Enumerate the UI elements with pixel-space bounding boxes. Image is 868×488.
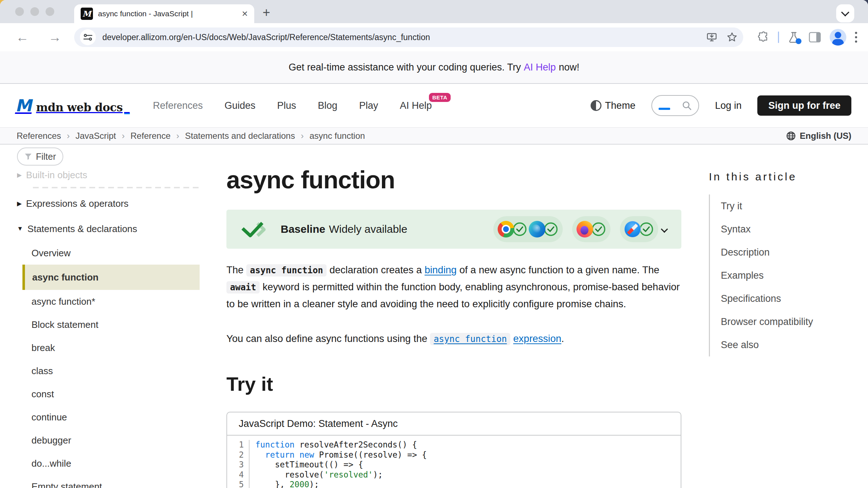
mdn-logo[interactable]: M mdn web docs _ [17,96,130,115]
window-controls[interactable] [15,7,54,16]
browser-menu-icon[interactable] [855,32,857,43]
baseline-expand-icon[interactable] [661,226,668,233]
sidebar-item-async-function-[interactable]: async function* [17,290,200,313]
sidebar-item-overview[interactable]: Overview [17,241,200,265]
ai-help-banner-link[interactable]: AI Help [524,62,556,73]
article-paragraph: The async function declaration creates a… [226,262,681,312]
safari-browser-icon [624,221,641,237]
tree-toggle-icon[interactable]: ▼ [17,225,23,232]
sidebar-item-expressions-operators[interactable]: ▶Expressions & operators [17,191,200,216]
code-token: setTimeout(() => { [255,460,363,469]
tab-search-button[interactable] [836,4,854,22]
new-tab-button[interactable]: + [263,5,270,20]
sidebar-item-break[interactable]: break [17,336,200,359]
nav-item-play[interactable]: Play [359,100,378,111]
nav-item-plus[interactable]: Plus [277,100,296,111]
support-check-icon [512,222,527,237]
toc-link-see-also[interactable]: See also [721,339,759,351]
line-number: 2 [227,450,244,460]
toc-item: Description [721,241,854,264]
sidebar-item-continue[interactable]: continue [17,406,200,429]
tree-toggle-icon[interactable]: ▶ [17,171,22,179]
sidebar-filter-button[interactable]: Filter [17,147,63,166]
inline-code-link[interactable]: async function [430,333,510,344]
side-panel-icon[interactable] [809,32,821,43]
paragraph-text: keyword is permitted within the function… [226,281,680,309]
mdn-favicon: M [81,8,93,20]
signup-button[interactable]: Sign up for free [757,95,851,116]
toc-link-try-it[interactable]: Try it [721,201,742,212]
locale-label: English (US) [800,131,851,141]
sidebar-item-block-statement[interactable]: Block statement [17,313,200,336]
sidebar-item-async-function[interactable]: async function [22,265,200,290]
code-token [294,450,299,459]
nav-item-blog[interactable]: Blog [318,100,337,111]
minimize-window-button[interactable] [30,7,39,16]
install-app-icon[interactable] [706,32,717,43]
profile-avatar[interactable] [830,29,846,46]
support-check-icon [639,222,654,237]
paragraph-text: You can also define async functions usin… [226,333,430,344]
demo-code-editor[interactable]: 123456 function resolveAfter2Seconds() {… [227,436,681,488]
login-link[interactable]: Log in [715,100,742,111]
breadcrumb-item[interactable]: async function [310,131,365,141]
sidebar-item-built-in-objects[interactable]: ▶Built-in objects [17,166,200,184]
forward-button[interactable]: → [48,31,61,44]
bookmark-star-icon[interactable] [727,32,737,43]
support-check-icon [543,222,558,237]
toc-link-description[interactable]: Description [721,247,770,258]
search-input[interactable] [651,95,699,116]
chevron-down-icon [841,8,850,17]
breadcrumb-item[interactable]: References [17,131,61,141]
nav-item-guides[interactable]: Guides [225,100,256,111]
toc-link-examples[interactable]: Examples [721,270,764,281]
extensions-icon[interactable] [758,31,769,43]
sidebar-item-label: Block statement [31,319,98,330]
close-window-button[interactable] [15,7,24,16]
labs-notification-dot [796,38,801,44]
toc-link-browser-compatibility[interactable]: Browser compatibility [721,316,813,328]
theme-switcher[interactable]: Theme [591,100,635,111]
code-token: 2000 [290,480,309,488]
sidebar-item-statements-declarations[interactable]: ▼Statements & declarations [17,216,200,241]
code-token: ); [309,480,319,488]
toc-item: Examples [721,264,854,287]
sidebar-item-label: Statements & declarations [27,223,137,235]
toc-link-specifications[interactable]: Specifications [721,293,781,304]
demo-title: JavaScript Demo: Statement - Async [227,412,681,436]
locale-switcher[interactable]: English (US) [786,131,851,141]
browser-tab[interactable]: M async function - JavaScript | × [74,4,254,23]
browser-support-pill [493,216,563,242]
breadcrumb-item[interactable]: Reference [131,131,171,141]
inline-link[interactable]: binding [425,264,457,275]
page-title: async function [226,166,681,194]
nav-item-references[interactable]: References [153,100,203,111]
breadcrumb-separator: › [67,131,70,141]
breadcrumb-item[interactable]: Statements and declarations [185,131,295,141]
close-tab-icon[interactable]: × [242,9,248,19]
browser-support-pill [572,216,610,242]
browser-window: M async function - JavaScript | × + ← → … [0,0,868,488]
inline-link[interactable]: expression [513,333,561,344]
page-info-icon[interactable] [80,29,96,45]
sidebar-item-class[interactable]: class [17,359,200,382]
sidebar-item-empty-statement[interactable]: Empty statement [17,475,200,488]
labs-flask-icon[interactable] [788,31,800,43]
browser-support-pill [620,216,658,242]
url-text[interactable]: developer.allizom.org/en-US/docs/Web/Jav… [102,33,706,42]
zoom-window-button[interactable] [46,7,54,16]
filter-label: Filter [36,151,56,162]
address-bar[interactable]: developer.allizom.org/en-US/docs/Web/Jav… [74,27,743,47]
breadcrumb-item[interactable]: JavaScript [76,131,116,141]
interactive-demo: JavaScript Demo: Statement - Async 12345… [226,412,681,488]
sidebar-item-do-while[interactable]: do...while [17,452,200,475]
back-button[interactable]: ← [16,31,29,44]
toc-link-syntax[interactable]: Syntax [721,224,751,235]
sidebar-item-const[interactable]: const [17,382,200,406]
toc-item: Try it [721,194,854,218]
promo-text-suffix: now! [559,62,579,73]
nav-item-ai-help[interactable]: AI HelpBETA [400,100,432,111]
tree-toggle-icon[interactable]: ▶ [17,200,22,207]
sidebar-item-debugger[interactable]: debugger [17,429,200,452]
sidebar-item-label: Built-in objects [26,170,87,181]
